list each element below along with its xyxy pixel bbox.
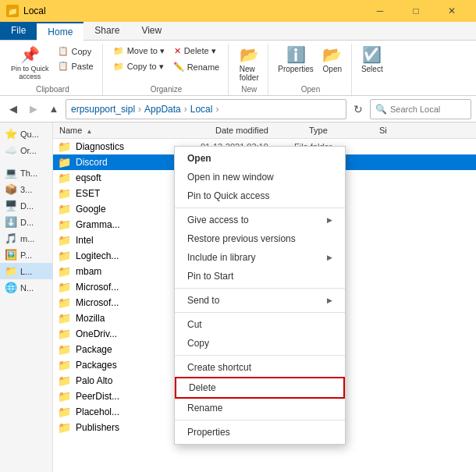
ribbon-group-new: 📂 Newfolder New <box>230 44 268 95</box>
pin-icon: 📌 <box>20 45 40 64</box>
sidebar: ⭐ Qu... ☁️ Or... 💻 Th... 📦 3... 🖥️ D... … <box>0 122 53 472</box>
pin-to-quick-button[interactable]: 📌 Pin to Quickaccess <box>8 44 52 82</box>
sidebar-item-downloads[interactable]: ⬇️ D... <box>0 214 52 230</box>
folder-icon: 📁 <box>58 234 71 247</box>
context-menu: OpenOpen in new windowPin to Quick acces… <box>174 146 346 445</box>
maximize-button[interactable]: □ <box>398 0 434 22</box>
sidebar-item-thispc[interactable]: 💻 Th... <box>0 165 52 181</box>
tab-share[interactable]: Share <box>83 22 130 40</box>
select-icon: ☑️ <box>362 45 382 64</box>
ctx-separator <box>175 288 345 289</box>
close-button[interactable]: ✕ <box>434 0 470 22</box>
quick-icon: ⭐ <box>5 128 17 140</box>
folder-icon: 📁 <box>58 156 71 169</box>
select-button[interactable]: ☑️ Select <box>358 44 386 75</box>
file-list-header: Name ▲ Date modified Type Si <box>53 122 476 139</box>
folder-icon: 📁 <box>58 296 71 309</box>
tab-home[interactable]: Home <box>37 22 83 41</box>
folder-icon: 📁 <box>58 187 71 200</box>
folder-icon: 📁 <box>58 250 71 262</box>
ctx-item-rename[interactable]: Rename <box>175 399 345 417</box>
address-bar: ◀ ▶ ▲ erpsupport_sipl › AppData › Local … <box>0 96 476 122</box>
folder-icon: 📁 <box>58 406 71 418</box>
col-header-date[interactable]: Date modified <box>209 124 303 137</box>
ctx-item-restore[interactable]: Restore previous versions <box>175 229 345 248</box>
folder-icon: 📁 <box>58 140 71 153</box>
ctx-item-properties[interactable]: Properties <box>175 423 345 442</box>
folder-icon: 📁 <box>58 281 71 293</box>
ribbon-group-organize: 📁 Move to ▾ ✕ Delete ▾ 📁 Copy to ▾ ✏️ <box>105 44 229 95</box>
window-controls: ─ □ ✕ <box>362 0 470 22</box>
sidebar-item-desktop[interactable]: 🖥️ D... <box>0 197 52 214</box>
ctx-item-open[interactable]: Open <box>175 149 345 168</box>
tab-file[interactable]: File <box>0 22 37 40</box>
folder-icon: 📁 <box>58 374 71 387</box>
folder-icon: 📁 <box>58 203 71 215</box>
copyto-icon: 📁 <box>113 62 124 72</box>
window-title: Local <box>23 5 46 16</box>
ctx-item-include-library[interactable]: Include in library <box>175 248 345 267</box>
rename-button[interactable]: ✏️ Rename <box>169 59 224 74</box>
tab-view[interactable]: View <box>130 22 172 40</box>
search-icon: 🔍 <box>375 104 387 115</box>
sidebar-item-music[interactable]: 🎵 m... <box>0 230 52 247</box>
folder-icon: 📁 <box>58 312 71 325</box>
address-path[interactable]: erpsupport_sipl › AppData › Local › <box>66 99 346 119</box>
new-folder-button[interactable]: 📂 Newfolder <box>235 44 263 83</box>
forward-button[interactable]: ▶ <box>25 101 42 118</box>
ctx-separator <box>175 208 345 208</box>
col-header-name[interactable]: Name ▲ <box>53 124 209 137</box>
col-header-type[interactable]: Type <box>303 124 373 137</box>
path-part-local[interactable]: Local <box>190 104 213 115</box>
copy-button[interactable]: 📋 Copy <box>54 44 98 59</box>
back-button[interactable]: ◀ <box>5 101 22 118</box>
search-input[interactable] <box>390 105 466 114</box>
refresh-button[interactable]: ↻ <box>350 101 367 118</box>
rename-icon: ✏️ <box>173 62 184 72</box>
move-to-button[interactable]: 📁 Move to ▾ <box>109 44 169 59</box>
title-bar: 📁 Local ─ □ ✕ <box>0 0 476 22</box>
copy-icon: 📋 <box>58 46 69 56</box>
sidebar-item-network[interactable]: 🌐 N... <box>0 279 52 296</box>
folder-icon: 📁 <box>58 328 71 340</box>
properties-icon: ℹ️ <box>286 45 306 64</box>
ribbon-tabs: File Home Share View <box>0 22 476 41</box>
delete-icon: ✕ <box>174 46 181 56</box>
ctx-item-copy[interactable]: Copy <box>175 334 345 353</box>
properties-button[interactable]: ℹ️ Properties <box>275 44 317 75</box>
ctx-item-create-shortcut[interactable]: Create shortcut <box>175 358 345 377</box>
ribbon: File Home Share View 📌 Pin to Quickacces… <box>0 22 476 96</box>
file-list: Name ▲ Date modified Type Si 📁 Diagnosti… <box>53 122 476 472</box>
sidebar-item-pictures[interactable]: 🖼️ P... <box>0 247 52 263</box>
open-button[interactable]: 📂 Open <box>318 44 346 75</box>
folder-icon: 📁 <box>58 359 71 371</box>
copy-to-button[interactable]: 📁 Copy to ▾ <box>109 59 168 74</box>
desktop-icon: 🖥️ <box>5 200 17 211</box>
ctx-item-give-access[interactable]: Give access to <box>175 211 345 229</box>
pictures-icon: 🖼️ <box>5 249 17 261</box>
ctx-item-delete[interactable]: Delete <box>175 377 345 399</box>
ctx-item-pin-start[interactable]: Pin to Start <box>175 267 345 286</box>
paste-button[interactable]: 📋 Paste <box>54 59 98 73</box>
sidebar-item-quick[interactable]: ⭐ Qu... <box>0 126 52 142</box>
ribbon-content: 📌 Pin to Quickaccess 📋 Copy 📋 Paste Clip… <box>0 41 476 95</box>
col-header-size[interactable]: Si <box>373 124 476 137</box>
3dobj-icon: 📦 <box>5 183 17 195</box>
network-icon: 🌐 <box>5 282 17 293</box>
downloads-icon: ⬇️ <box>5 216 17 228</box>
sidebar-item-onedrive[interactable]: ☁️ Or... <box>0 142 52 158</box>
moveto-icon: 📁 <box>113 46 124 56</box>
up-button[interactable]: ▲ <box>45 101 62 118</box>
ctx-item-open-new-window[interactable]: Open in new window <box>175 168 345 186</box>
ctx-item-send-to[interactable]: Send to <box>175 291 345 310</box>
ctx-item-cut[interactable]: Cut <box>175 315 345 334</box>
sidebar-item-local[interactable]: 📁 L... <box>0 263 52 279</box>
delete-button[interactable]: ✕ Delete ▾ <box>170 44 220 59</box>
ctx-item-pin-quick[interactable]: Pin to Quick access <box>175 186 345 205</box>
sidebar-item-3dobj[interactable]: 📦 3... <box>0 181 52 197</box>
ribbon-group-select: ☑️ Select <box>353 44 391 95</box>
path-part-erpsupport[interactable]: erpsupport_sipl <box>71 104 135 115</box>
minimize-button[interactable]: ─ <box>362 0 398 22</box>
ctx-separator <box>175 420 345 421</box>
path-part-appdata[interactable]: AppData <box>144 104 181 115</box>
